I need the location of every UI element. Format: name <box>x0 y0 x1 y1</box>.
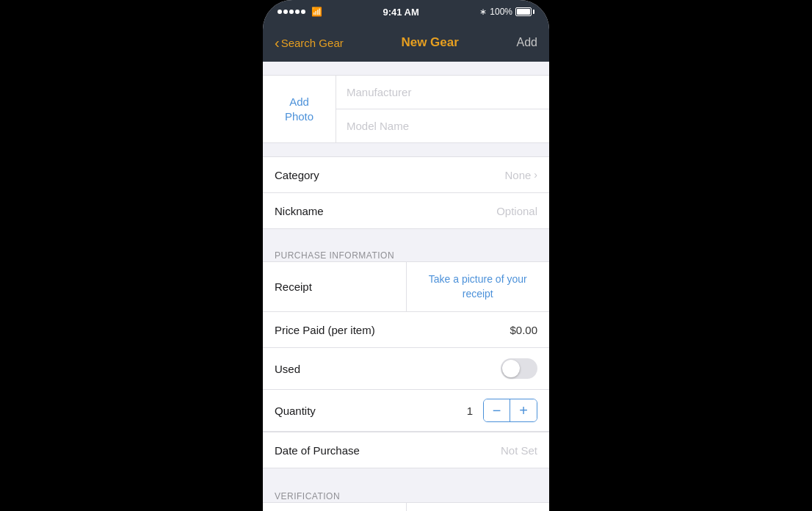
category-chevron-icon: › <box>534 169 537 181</box>
nickname-row[interactable]: Nickname Optional <box>263 193 549 228</box>
signal-dot-2 <box>283 10 288 14</box>
quantity-controls: 1 − + <box>463 399 537 422</box>
receipt-label: Receipt <box>275 280 312 293</box>
price-value: $0.00 <box>510 324 537 336</box>
toggle-track <box>501 358 537 379</box>
receipt-row: Receipt Take a picture of your receipt <box>263 261 549 312</box>
battery-percent: 100% <box>490 7 512 17</box>
back-label: Search Gear <box>281 37 344 49</box>
quantity-label: Quantity <box>275 405 316 417</box>
used-row: Used <box>263 348 549 389</box>
wifi-icon: 📶 <box>311 7 322 17</box>
price-label: Price Paid (per item) <box>275 324 375 336</box>
used-toggle[interactable] <box>501 358 537 379</box>
signal-dots <box>278 10 305 14</box>
serial-action-cell[interactable]: Take a picture of serial number <box>407 503 550 511</box>
serial-row: SERIAL NO. 000 000 000 Take a picture of… <box>263 502 549 511</box>
model-name-input[interactable] <box>347 120 539 132</box>
category-value-text: None <box>504 169 531 181</box>
status-left: 📶 <box>278 7 322 17</box>
section-gap-2 <box>263 229 549 242</box>
battery-icon <box>515 7 534 16</box>
status-bar: 📶 9:41 AM ∗ 100% <box>263 0 549 23</box>
back-chevron-icon: ‹ <box>275 35 280 51</box>
serial-label-cell[interactable]: SERIAL NO. 000 000 000 <box>263 503 407 511</box>
price-card: Price Paid (per item) $0.00 <box>263 312 549 348</box>
status-right: ∗ 100% <box>479 7 534 17</box>
section-gap-1 <box>263 143 549 156</box>
stepper-minus-button[interactable]: − <box>484 399 510 421</box>
signal-dot-3 <box>289 10 294 14</box>
category-value: None › <box>504 169 537 181</box>
date-row[interactable]: Date of Purchase Not Set <box>263 432 549 468</box>
category-label: Category <box>275 169 319 181</box>
date-label: Date of Purchase <box>275 444 360 457</box>
add-photo-area[interactable]: Add Photo <box>263 76 336 142</box>
phone-container: 📶 9:41 AM ∗ 100% ‹ Search Gear New Gear … <box>263 0 549 511</box>
nickname-card: Nickname Optional <box>263 193 549 229</box>
date-value: Not Set <box>501 444 537 457</box>
quantity-row: Quantity 1 − + <box>263 390 549 432</box>
verification-section-header: VERIFICATION <box>263 483 549 502</box>
status-time: 9:41 AM <box>383 7 418 18</box>
price-row[interactable]: Price Paid (per item) $0.00 <box>263 312 549 347</box>
used-label: Used <box>275 363 300 375</box>
signal-dot-1 <box>278 10 282 14</box>
category-card: Category None › <box>263 156 549 193</box>
used-card: Used <box>263 348 549 390</box>
category-row[interactable]: Category None › <box>263 157 549 192</box>
back-button[interactable]: ‹ Search Gear <box>275 35 344 51</box>
fields-area <box>336 76 549 142</box>
toggle-thumb <box>502 360 520 377</box>
section-gap-3 <box>263 468 549 482</box>
battery-tip <box>533 10 534 14</box>
date-card: Date of Purchase Not Set <box>263 432 549 468</box>
photo-fields-row: Add Photo <box>263 75 549 143</box>
signal-dot-4 <box>295 10 300 14</box>
receipt-action-cell[interactable]: Take a picture of your receipt <box>407 262 550 311</box>
stepper-group: − + <box>483 399 537 422</box>
manufacturer-field[interactable] <box>336 76 549 109</box>
signal-dot-5 <box>301 10 305 14</box>
verification-section-label: VERIFICATION <box>275 491 340 501</box>
battery-body <box>515 7 532 16</box>
content: Add Photo Category None › <box>263 62 549 511</box>
purchase-section-header: PURCHASE INFORMATION <box>263 242 549 261</box>
nickname-label: Nickname <box>275 205 324 217</box>
add-button[interactable]: Add <box>517 36 537 49</box>
add-photo-text[interactable]: Add Photo <box>285 95 313 123</box>
receipt-label-cell: Receipt <box>263 262 407 311</box>
manufacturer-input[interactable] <box>347 86 539 98</box>
nav-bar: ‹ Search Gear New Gear Add <box>263 23 549 62</box>
purchase-section-label: PURCHASE INFORMATION <box>275 250 394 261</box>
model-name-field[interactable] <box>336 109 549 142</box>
stepper-plus-button[interactable]: + <box>510 399 537 421</box>
receipt-action-link[interactable]: Take a picture of your receipt <box>418 272 538 301</box>
nav-title: New Gear <box>401 35 458 50</box>
top-gap <box>263 62 549 75</box>
nickname-value: Optional <box>496 205 537 217</box>
bluetooth-icon: ∗ <box>479 7 487 17</box>
battery-fill <box>517 9 530 15</box>
quantity-value: 1 <box>463 405 477 417</box>
